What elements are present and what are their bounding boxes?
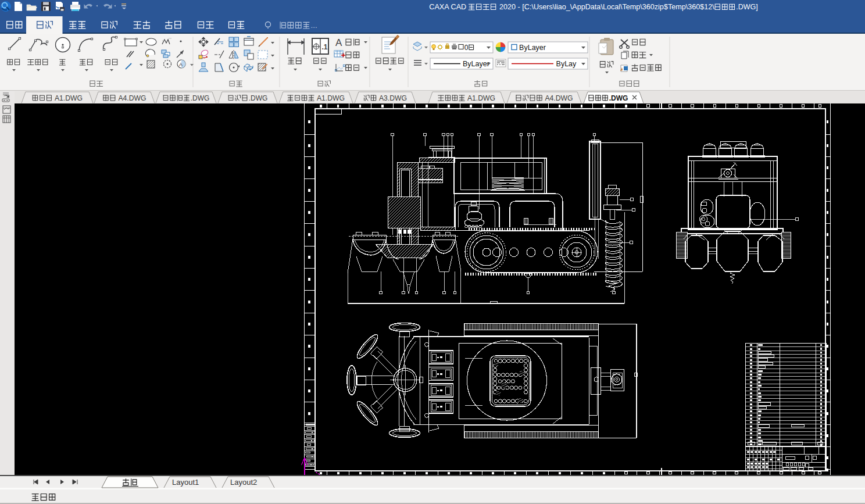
svg-text:A: A: [335, 37, 342, 48]
svg-text:0: 0: [464, 44, 469, 52]
svg-text:A1.DWG: A1.DWG: [315, 94, 345, 102]
svg-text:Layout1: Layout1: [172, 478, 199, 487]
svg-text:A: A: [179, 62, 183, 67]
svg-text:Layout2: Layout2: [230, 478, 257, 487]
svg-text:.1: .1: [322, 43, 328, 51]
svg-text:2020 - [C:\Users\liao_\AppData: 2020 - [C:\Users\liao_\AppData\Local\Tem…: [498, 3, 715, 11]
svg-text:CAXA CAD: CAXA CAD: [429, 3, 468, 11]
svg-text:.DWG: .DWG: [191, 94, 210, 102]
svg-text:A3.DWG: A3.DWG: [377, 94, 407, 102]
svg-text:ByLayer: ByLayer: [463, 60, 489, 68]
svg-text:ByLayer: ByLayer: [519, 44, 546, 52]
svg-text:...: ...: [310, 21, 317, 30]
svg-text:A1.DWG: A1.DWG: [466, 94, 495, 102]
svg-text:.DWG: .DWG: [249, 94, 268, 102]
svg-text:A4.DWG: A4.DWG: [544, 94, 573, 102]
svg-text:A4.DWG: A4.DWG: [117, 94, 146, 102]
svg-text:.DWG]: .DWG]: [736, 3, 758, 11]
svg-text:ByLay: ByLay: [556, 60, 577, 68]
svg-text:.DWG: .DWG: [609, 94, 628, 102]
svg-text:A1.DWG: A1.DWG: [53, 94, 83, 102]
